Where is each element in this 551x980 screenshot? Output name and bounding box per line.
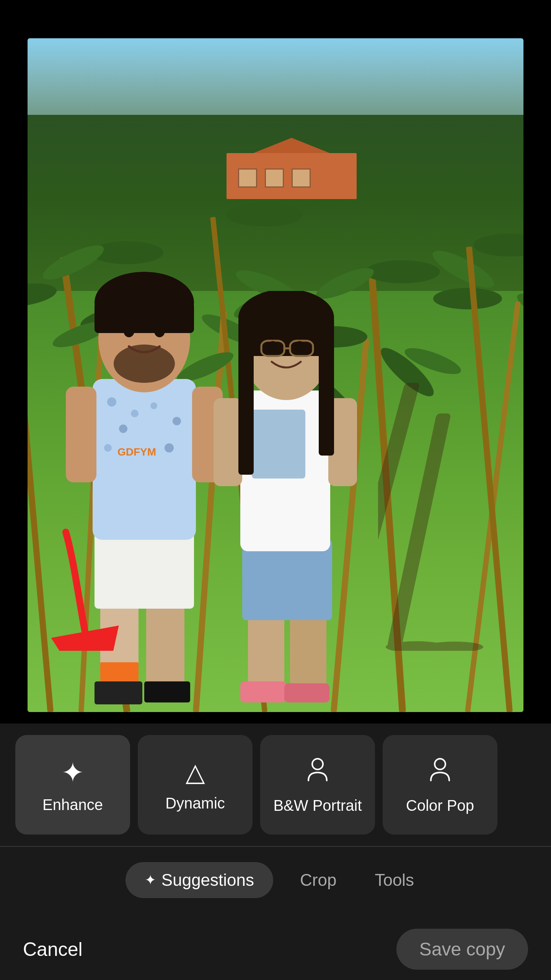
bottom-nav: ✦ Suggestions Crop Tools: [126, 858, 425, 902]
toolbar-area: ✦ Enhance △ Dynamic B&W Portrait: [0, 724, 551, 980]
photo-house: [227, 138, 357, 199]
crop-tab[interactable]: Crop: [289, 862, 348, 898]
color-pop-button[interactable]: Color Pop: [383, 735, 497, 835]
svg-point-95: [435, 759, 445, 769]
tools-tab[interactable]: Tools: [363, 862, 425, 898]
color-pop-label: Color Pop: [406, 797, 474, 814]
suggestions-tab[interactable]: ✦ Suggestions: [126, 862, 273, 898]
dynamic-icon: △: [186, 758, 205, 787]
bw-portrait-label: B&W Portrait: [273, 797, 362, 814]
save-copy-button[interactable]: Save copy: [396, 929, 528, 970]
svg-point-94: [312, 759, 323, 769]
photo-area: GDFYM: [28, 38, 523, 712]
color-pop-icon: [426, 756, 454, 789]
enhance-button[interactable]: ✦ Enhance: [15, 735, 130, 835]
photo-grass: [28, 291, 523, 712]
bw-portrait-icon: [304, 756, 331, 789]
filter-row: ✦ Enhance △ Dynamic B&W Portrait: [0, 735, 551, 835]
divider: [0, 846, 551, 847]
bw-portrait-button[interactable]: B&W Portrait: [260, 735, 375, 835]
sparkle-icon: ✦: [145, 872, 156, 888]
dynamic-button[interactable]: △ Dynamic: [138, 735, 253, 835]
dynamic-label: Dynamic: [165, 795, 225, 812]
bottom-action-bar: Cancel Save copy: [0, 913, 551, 977]
cancel-button[interactable]: Cancel: [23, 938, 83, 960]
enhance-icon: ✦: [61, 756, 84, 789]
suggestions-tab-label: Suggestions: [161, 871, 254, 890]
enhance-label: Enhance: [42, 796, 103, 813]
